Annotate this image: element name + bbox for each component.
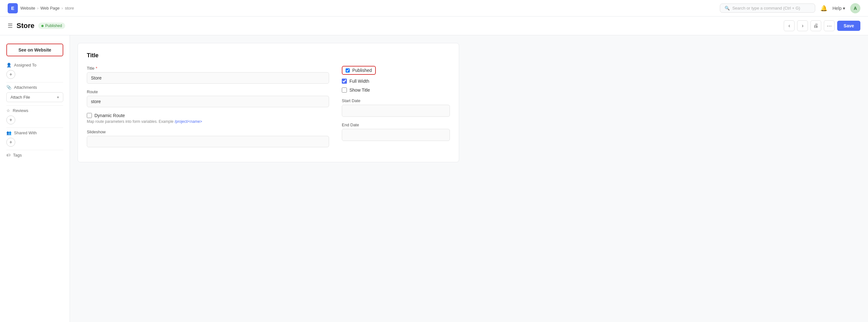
- full-width-checkbox-label[interactable]: Full Width: [342, 79, 450, 84]
- published-checkbox-group: Published: [342, 66, 450, 75]
- end-date-input[interactable]: [342, 129, 450, 141]
- sidebar-item-reviews: ☆ Reviews: [6, 106, 63, 114]
- helper-link[interactable]: /project/<name>: [175, 119, 202, 124]
- app-icon[interactable]: E: [8, 3, 18, 13]
- helper-text: Map route parameters into form variables…: [87, 119, 329, 124]
- published-badge: Published: [38, 23, 65, 29]
- sidebar-item-attachments: 📎 Attachments: [6, 83, 63, 91]
- notification-bell-icon[interactable]: 🔔: [820, 5, 827, 12]
- breadcrumb-website[interactable]: Website: [20, 6, 35, 10]
- slideshow-input[interactable]: [87, 136, 329, 147]
- content-area: Title Title * Route: [70, 35, 868, 322]
- title-input[interactable]: [87, 72, 329, 84]
- published-checkbox[interactable]: [346, 68, 350, 72]
- end-date-label: End Date: [342, 122, 450, 127]
- star-icon: ☆: [6, 108, 10, 113]
- divider-4: [6, 150, 63, 150]
- title-label: Title *: [87, 66, 329, 70]
- start-date-label: Start Date: [342, 98, 450, 103]
- show-title-checkbox-label[interactable]: Show Title: [342, 88, 450, 93]
- page-header: ☰ Store Published ‹ › 🖨 ⋯ Save: [0, 17, 868, 35]
- topbar-right: 🔍 Search or type a command (Ctrl + G) 🔔 …: [720, 3, 860, 13]
- previous-button[interactable]: ‹: [784, 20, 795, 31]
- help-button[interactable]: Help ▾: [832, 6, 845, 11]
- start-date-input[interactable]: [342, 105, 450, 117]
- page-title: Store: [17, 22, 34, 30]
- show-title-checkbox[interactable]: [342, 88, 347, 93]
- more-options-button[interactable]: ⋯: [824, 20, 835, 31]
- dynamic-route-checkbox[interactable]: [87, 113, 92, 118]
- next-button[interactable]: ›: [797, 20, 808, 31]
- published-checkbox-wrapper: Published: [342, 66, 376, 75]
- save-button[interactable]: Save: [837, 21, 860, 31]
- divider-1: [6, 82, 63, 82]
- shared-icon: 👥: [6, 130, 11, 135]
- full-width-checkbox[interactable]: [342, 79, 347, 84]
- avatar[interactable]: A: [850, 3, 860, 13]
- attachment-icon: 📎: [6, 85, 11, 90]
- divider-3: [6, 127, 63, 128]
- breadcrumb-webpage[interactable]: Web Page: [40, 6, 59, 10]
- dynamic-route-group: Dynamic Route Map route parameters into …: [87, 113, 329, 124]
- required-star: *: [96, 66, 97, 70]
- form-card-title: Title: [87, 52, 450, 59]
- route-label: Route: [87, 89, 329, 94]
- sidebar-item-assigned-to: 👤 Assigned To: [6, 61, 63, 69]
- add-shared-with-button[interactable]: +: [6, 138, 15, 147]
- search-icon: 🔍: [724, 6, 730, 10]
- page-header-left: ☰ Store Published: [8, 22, 65, 30]
- form-row: Title * Route Dynam: [87, 66, 450, 153]
- add-reviews-button[interactable]: +: [6, 116, 15, 124]
- person-icon: 👤: [6, 63, 11, 67]
- hamburger-icon[interactable]: ☰: [8, 22, 13, 29]
- form-col-right: Published Full Width Show Title: [342, 66, 450, 153]
- breadcrumb-store: store: [65, 6, 74, 10]
- sidebar-item-tags: 🏷 Tags: [6, 151, 63, 159]
- published-dot: [41, 25, 43, 27]
- page-header-right: ‹ › 🖨 ⋯ Save: [784, 20, 860, 31]
- see-on-website-button[interactable]: See on Website: [6, 43, 63, 56]
- topbar-left: E Website › Web Page › store: [8, 3, 74, 13]
- chevron-down-icon: ▾: [843, 6, 845, 11]
- tag-icon: 🏷: [6, 153, 10, 157]
- sidebar-section-top: See on Website 👤 Assigned To + 📎 Attachm…: [0, 40, 70, 162]
- print-button[interactable]: 🖨: [810, 20, 821, 31]
- add-assigned-to-button[interactable]: +: [6, 70, 15, 79]
- start-date-group: Start Date: [342, 98, 450, 117]
- search-placeholder: Search or type a command (Ctrl + G): [732, 6, 800, 10]
- search-box[interactable]: 🔍 Search or type a command (Ctrl + G): [720, 3, 815, 13]
- plus-icon: +: [57, 95, 59, 99]
- sidebar: See on Website 👤 Assigned To + 📎 Attachm…: [0, 35, 70, 322]
- checkbox-group: Published Full Width Show Title: [342, 66, 450, 93]
- main-layout: See on Website 👤 Assigned To + 📎 Attachm…: [0, 35, 868, 322]
- slideshow-label: Slideshow: [87, 129, 329, 134]
- divider-2: [6, 105, 63, 106]
- breadcrumb-sep-2: ›: [62, 6, 63, 10]
- published-label[interactable]: Published: [352, 68, 372, 73]
- end-date-group: End Date: [342, 122, 450, 141]
- topbar: E Website › Web Page › store 🔍 Search or…: [0, 0, 868, 17]
- breadcrumb-sep-1: ›: [37, 6, 38, 10]
- sidebar-item-shared-with: 👥 Shared With: [6, 128, 63, 137]
- slideshow-group: Slideshow: [87, 129, 329, 147]
- form-col-left: Title * Route Dynam: [87, 66, 329, 153]
- route-input[interactable]: [87, 96, 329, 107]
- dynamic-route-checkbox-label[interactable]: Dynamic Route: [87, 113, 329, 118]
- title-group: Title *: [87, 66, 329, 84]
- attach-file-button[interactable]: Attach File +: [6, 92, 63, 102]
- form-card: Title Title * Route: [78, 43, 459, 162]
- route-group: Route: [87, 89, 329, 107]
- breadcrumb: Website › Web Page › store: [20, 6, 74, 10]
